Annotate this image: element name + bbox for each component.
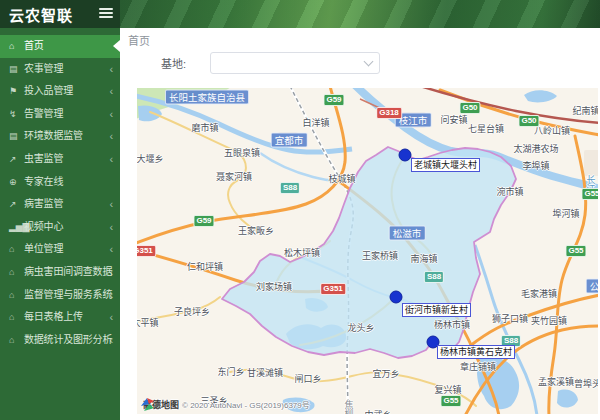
sidebar-item-label: 病虫害田间调查数据 [24,266,112,277]
map-town-label: 刘家场镇 [256,280,292,293]
map-town-label: 白洋镇 [302,116,329,129]
chevron-left-icon: ‹ [110,284,113,307]
map-town-label: 七星台镇 [468,122,504,135]
road-badge: G59 [193,215,214,227]
map-city-label: 长阳土家族自治县 [165,90,249,105]
map-town-label: 狮子口镇 [492,312,528,325]
sidebar-item-label: 视频中心 [24,221,63,232]
map-town-label: 八岭山镇 [534,124,570,137]
base-select[interactable] [210,52,380,74]
sidebar-item-5[interactable]: ▤环境数据监管‹ [0,125,120,148]
map-city-label: 松滋市 [389,226,426,241]
sidebar-item-7[interactable]: ⊕专家在线 [0,171,120,194]
sidebar-item-label: 投入品管理 [24,85,73,96]
map-town-label: 东门乡 [217,365,244,378]
map-town-label: 闸口乡 [294,372,321,385]
sidebar-item-2[interactable]: ▤农事管理‹ [0,58,120,81]
sidebar-item-9[interactable]: ▂▅▇视频中心‹ [0,216,120,239]
home-icon: ⌂ [9,306,24,329]
folder-icon: ▤ [9,125,24,148]
sidebar-item-4[interactable]: ↯告警管理‹ [0,103,120,126]
sidebar-item-14[interactable]: ⌂数据统计及图形分析‹ [0,329,120,352]
main-content: 首页 基地: [120,28,600,420]
map-city-label: 宜都市 [271,133,308,148]
map-marker-dot[interactable] [390,291,403,304]
app-header: 云农智联 [0,0,600,28]
map-town-label: 聂家河镇 [216,170,252,183]
map-town-label: 甘溪滩镇 [247,366,283,379]
map-canvas[interactable]: 磨市镇大堰乡五眼泉镇聂家河镇王家畈乡白洋镇问安镇七星台镇八岭山镇纪南镇太湖港农场… [137,88,598,414]
road-badge: G351 [137,245,156,257]
map-town-label: 问安镇 [440,113,467,126]
chevron-left-icon: ‹ [110,306,113,329]
road-badge: G59 [323,94,344,106]
map-town-label: 焦柳铁路 [343,400,356,414]
road-badge: S88 [280,182,300,194]
map-town-label: 磨市镇 [191,121,218,134]
map-town-label: 埠河镇 [552,207,579,220]
map-town-label: 五眼泉镇 [224,146,260,159]
chevron-left-icon: ‹ [110,193,113,216]
map-town-label: 龙头乡 [347,321,374,334]
map-town-label: 子良坪乡 [174,305,210,318]
map-marker-label: 街河市镇新生村 [402,303,471,317]
map-town-label: 宜万乡 [372,367,399,380]
sidebar-item-label: 首页 [24,40,44,51]
folder-icon: ▤ [9,58,24,81]
sidebar-item-label: 数据统计及图形分析 [24,334,112,345]
map-town-label: 太平镇 [137,316,159,329]
road-badge: S88 [424,271,444,283]
chevron-left-icon: ‹ [110,80,113,103]
sidebar-item-13[interactable]: ⌂每日表格上传‹ [0,306,120,329]
pin-icon: ↗ [9,148,24,171]
sidebar-item-12[interactable]: ⌂监督管理与服务系统‹ [0,284,120,307]
home-icon: ⌂ [9,261,24,284]
road-badge: G55 [440,395,461,407]
hamburger-menu-icon[interactable] [99,8,113,20]
sidebar-item-label: 监督管理与服务系统 [24,289,112,300]
chevron-left-icon: ‹ [110,58,113,81]
sidebar-item-label: 病害监管 [24,198,63,209]
map-town-label: 松木坪镇 [284,246,320,259]
app-title: 云农智联 [9,4,73,25]
sidebar-item-label: 环境数据监管 [24,130,83,141]
map-city-label: 公安县 [586,279,598,294]
map-attribution: 高德地图 © 2020 AutoNavi - GS(2019)6379号 [141,398,310,411]
breadcrumb: 首页 [128,32,150,48]
sidebar-item-3[interactable]: ⚑投入品管理‹ [0,80,120,103]
map-marker-label: 老城镇大堰头村 [411,158,480,172]
map-town-label: 纪南镇 [572,104,598,117]
map-town-label: 中武乡 [364,408,391,415]
home-icon: ⌂ [9,238,24,261]
map-town-label: 杨林市镇 [434,318,470,331]
sidebar-item-8[interactable]: ↗病害监管‹ [0,193,120,216]
map-town-label: 复兴镇 [434,383,461,396]
map-town-label: 毛家港镇 [521,287,557,300]
map-town-label: 大堰乡 [137,152,164,165]
sidebar-item-label: 农事管理 [24,63,63,74]
map-town-label: 夹竹园镇 [531,314,567,327]
road-badge: G55 [581,188,598,200]
sidebar-item-label: 告警管理 [24,108,63,119]
map-marker-label: 杨林市镇黄石克村 [437,345,515,359]
amap-logo-icon [141,398,154,411]
sidebar-item-6[interactable]: ↗虫害监管‹ [0,148,120,171]
home-icon: ⌂ [9,329,24,352]
map-town-label: 枝城镇 [328,172,355,185]
map-marker-dot[interactable] [399,149,412,162]
chevron-down-icon [364,57,374,67]
sidebar-nav: ⌂首页▤农事管理‹⚑投入品管理‹↯告警管理‹▤环境数据监管‹↗虫害监管‹⊕专家在… [0,28,120,420]
base-select-label: 基地: [120,54,186,74]
chevron-left-icon: ‹ [110,261,113,284]
map-town-label: 王家桥镇 [362,249,398,262]
sidebar-item-1[interactable]: ⌂首页 [0,35,120,58]
road-badge: G318 [376,107,402,119]
map-town-label: 王家畈乡 [238,224,274,237]
home-icon: ⌂ [9,35,24,58]
bar-chart-icon: ▂▅▇ [9,216,24,239]
sidebar-item-11[interactable]: ⌂病虫害田间调查数据‹ [0,261,120,284]
road-badge: G351 [320,283,346,295]
lightning-icon: ↯ [9,103,24,126]
road-badge: G55 [565,245,586,257]
sidebar-item-10[interactable]: ⌂单位管理‹ [0,238,120,261]
